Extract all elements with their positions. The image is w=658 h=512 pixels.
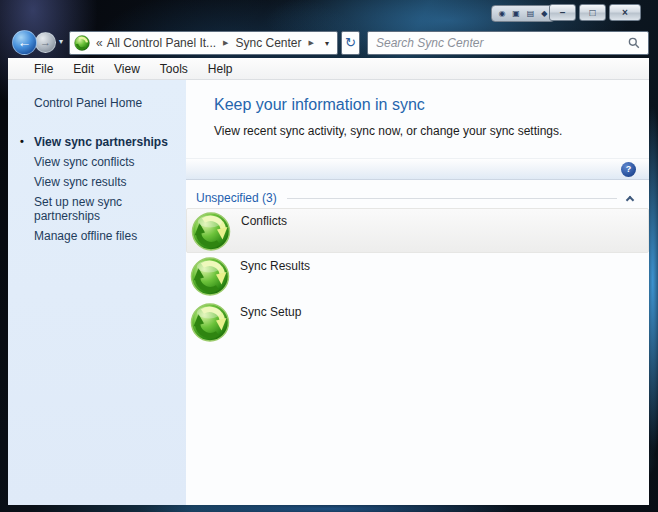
- menu-file[interactable]: File: [24, 62, 63, 76]
- sidebar: Control Panel Home • View sync partnersh…: [8, 80, 186, 505]
- titlebar-mini-toolbar: ◉ ▣ ▤ ◆: [491, 5, 555, 22]
- group-label: Unspecified (3): [196, 191, 277, 205]
- breadcrumb-separator-icon[interactable]: ▶: [223, 39, 228, 47]
- sync-center-mini-icon: [74, 35, 90, 51]
- sidebar-task-list: • View sync partnerships View sync confl…: [8, 132, 186, 246]
- sidebar-item-label: View sync conflicts: [34, 155, 134, 169]
- sidebar-item-set-up-new-sync-partnerships[interactable]: Set up new sync partnerships: [8, 192, 186, 226]
- menu-help[interactable]: Help: [198, 62, 243, 76]
- tool-icon-4[interactable]: ◆: [541, 10, 547, 18]
- search-input[interactable]: [368, 36, 628, 50]
- list-item-sync-setup[interactable]: Sync Setup: [186, 300, 649, 345]
- sync-center-window: ◉ ▣ ▤ ◆ – □ × ← → ▾: [0, 0, 658, 512]
- page-subtitle: View recent sync activity, sync now, or …: [214, 124, 562, 138]
- tool-icon-2[interactable]: ▣: [512, 10, 520, 18]
- list-item-label: Sync Setup: [240, 305, 301, 319]
- sync-icon: [191, 211, 231, 255]
- search-box: [367, 31, 649, 55]
- help-icon[interactable]: ?: [621, 162, 636, 177]
- sync-icon: [190, 256, 230, 300]
- titlebar[interactable]: ◉ ▣ ▤ ◆ – □ ×: [0, 0, 658, 26]
- breadcrumb-separator-icon[interactable]: ▶: [309, 39, 314, 47]
- page-title: Keep your information in sync: [214, 96, 425, 114]
- main-pane: Keep your information in sync View recen…: [186, 80, 649, 505]
- content: Control Panel Home • View sync partnersh…: [8, 80, 649, 505]
- address-bar[interactable]: « All Control Panel It... ▶ Sync Center …: [69, 31, 338, 55]
- breadcrumb-overflow-icon[interactable]: «: [96, 36, 103, 50]
- sidebar-item-view-sync-results[interactable]: View sync results: [8, 172, 186, 192]
- tool-icon-1[interactable]: ◉: [498, 10, 505, 18]
- search-icon[interactable]: [628, 37, 640, 49]
- refresh-button[interactable]: ↻: [341, 31, 360, 55]
- recent-pages-chevron-icon[interactable]: ▾: [59, 37, 63, 46]
- sidebar-item-label: View sync results: [34, 175, 126, 189]
- list-item-sync-results[interactable]: Sync Results: [186, 254, 649, 299]
- navigation-bar: ← → ▾ « All Control Panel It...: [0, 26, 658, 58]
- list-item-conflicts[interactable]: Conflicts: [186, 208, 649, 253]
- maximize-button[interactable]: □: [579, 4, 606, 21]
- sidebar-item-view-sync-conflicts[interactable]: View sync conflicts: [8, 152, 186, 172]
- sidebar-item-label: View sync partnerships: [34, 135, 168, 149]
- sidebar-item-view-sync-partnerships[interactable]: • View sync partnerships: [8, 132, 186, 152]
- active-bullet-icon: •: [20, 134, 24, 148]
- menu-view[interactable]: View: [104, 62, 150, 76]
- caption-buttons: – □ ×: [549, 4, 641, 21]
- sync-icon: [190, 302, 230, 346]
- sidebar-item-control-panel-home[interactable]: Control Panel Home: [34, 96, 186, 110]
- list-item-label: Sync Results: [240, 259, 310, 273]
- tool-icon-3[interactable]: ▤: [527, 10, 535, 18]
- sync-item-list: Conflicts: [186, 208, 649, 346]
- menu-tools[interactable]: Tools: [150, 62, 198, 76]
- breadcrumb-item-sync-center[interactable]: Sync Center: [235, 36, 301, 50]
- address-dropdown-icon[interactable]: ▾: [325, 39, 329, 48]
- sidebar-item-label: Manage offline files: [34, 229, 137, 243]
- group-header-unspecified[interactable]: Unspecified (3): [186, 188, 649, 208]
- close-button[interactable]: ×: [609, 4, 641, 21]
- client-area: File Edit View Tools Help Control Panel …: [8, 58, 649, 505]
- sidebar-item-manage-offline-files[interactable]: Manage offline files: [8, 226, 186, 246]
- collapse-chevron-icon[interactable]: [626, 195, 634, 203]
- command-bar: ?: [186, 158, 649, 180]
- breadcrumb-item-all-control-panel[interactable]: All Control Panel It...: [107, 36, 216, 50]
- sidebar-item-label: Set up new sync partnerships: [34, 195, 122, 223]
- menu-edit[interactable]: Edit: [63, 62, 104, 76]
- minimize-button[interactable]: –: [549, 4, 576, 21]
- back-button[interactable]: ←: [12, 30, 37, 55]
- menu-bar: File Edit View Tools Help: [8, 58, 649, 80]
- group-divider: [287, 198, 617, 199]
- list-item-label: Conflicts: [241, 214, 287, 228]
- forward-button[interactable]: →: [35, 32, 56, 53]
